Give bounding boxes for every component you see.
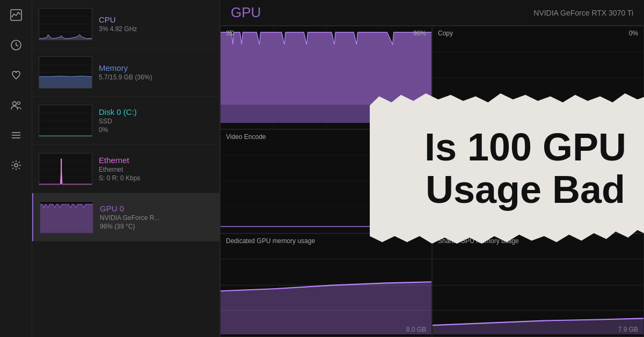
ethernet-sub1: Ethernet xyxy=(99,166,213,173)
svg-marker-32 xyxy=(40,204,93,232)
chart-dedicated-name: Dedicated GPU memory usage xyxy=(226,237,315,245)
cpu-sub: 3% 4.92 GHz xyxy=(99,25,213,33)
gpu-sub2: 96% (39 °C) xyxy=(100,223,213,230)
gpu-sub1: NVIDIA GeForce R... xyxy=(100,214,213,222)
main-panel: GPU NVIDIA GeForce RTX 3070 Ti 3D 96% xyxy=(220,0,644,337)
resource-item-memory[interactable]: Memory 5.7/15.9 GB (36%) xyxy=(32,48,219,97)
main-title: GPU xyxy=(231,4,261,21)
svg-point-3 xyxy=(17,102,20,105)
chart-dedicated-max: 8.0 GB xyxy=(406,326,426,333)
resource-item-gpu[interactable]: GPU 0 NVIDIA GeForce R... 96% (39 °C) xyxy=(32,193,219,241)
details-icon[interactable] xyxy=(6,126,26,145)
gpu-info: GPU 0 NVIDIA GeForce R... 96% (39 °C) xyxy=(100,204,213,230)
health-icon[interactable] xyxy=(6,65,26,85)
ethernet-name: Ethernet xyxy=(99,156,213,165)
overlay-line1: Is 100 GPU xyxy=(425,126,626,169)
gpu-model: NVIDIA GeForce RTX 3070 Ti xyxy=(533,9,633,17)
chart-copy-value: 0% xyxy=(629,30,638,37)
svg-point-7 xyxy=(14,164,18,167)
cpu-name: CPU xyxy=(99,15,213,24)
overlay-text: Is 100 GPU Usage Bad xyxy=(408,115,642,222)
gpu-name: GPU 0 xyxy=(100,204,213,213)
chart-shared-mem: Shared GPU memory usage 7.9 GB xyxy=(432,233,644,337)
cpu-mini-chart xyxy=(39,8,92,40)
cpu-info: CPU 3% 4.92 GHz xyxy=(99,15,213,33)
disk-info: Disk 0 (C:) SSD 0% xyxy=(99,107,213,134)
chart-3d-name: 3D xyxy=(226,30,234,37)
gpu-mini-chart xyxy=(40,201,93,233)
users-icon[interactable] xyxy=(6,96,26,115)
memory-sub: 5.7/15.9 GB (36%) xyxy=(99,74,213,81)
disk-mini-chart xyxy=(39,105,92,137)
overlay-line2: Usage Bad xyxy=(426,168,625,211)
performance-icon[interactable] xyxy=(6,5,26,25)
chart-3d-value: 96% xyxy=(413,30,426,37)
svg-point-2 xyxy=(12,102,16,106)
history-icon[interactable] xyxy=(6,35,26,55)
svg-marker-17 xyxy=(39,76,92,87)
chart-encode-name: Video Encode xyxy=(226,133,266,141)
disk-sub1: SSD xyxy=(99,118,213,125)
memory-mini-chart xyxy=(39,56,92,89)
resource-item-cpu[interactable]: CPU 3% 4.92 GHz xyxy=(32,0,219,48)
chart-dedicated-mem: Dedicated GPU memory usage 8.0 GB xyxy=(220,233,432,337)
ethernet-info: Ethernet Ethernet S: 0 R: 0 Kbps xyxy=(99,156,213,182)
ethernet-mini-chart xyxy=(39,153,92,185)
resource-item-disk[interactable]: Disk 0 (C:) SSD 0% xyxy=(32,97,219,145)
torn-overlay: Is 100 GPU Usage Bad xyxy=(370,93,644,244)
memory-name: Memory xyxy=(99,63,213,72)
settings-icon[interactable] xyxy=(6,156,26,175)
sidebar xyxy=(0,0,32,337)
ethernet-sub2: S: 0 R: 0 Kbps xyxy=(99,174,213,182)
left-panel: CPU 3% 4.92 GHz Memory 5.7/15.9 GB (36%) xyxy=(32,0,220,337)
disk-name: Disk 0 (C:) xyxy=(99,107,213,116)
memory-info: Memory 5.7/15.9 GB (36%) xyxy=(99,63,213,81)
chart-shared-max: 7.9 GB xyxy=(618,326,638,333)
disk-sub2: 0% xyxy=(99,126,213,134)
resource-item-ethernet[interactable]: Ethernet Ethernet S: 0 R: 0 Kbps xyxy=(32,145,219,193)
chart-copy-name: Copy xyxy=(438,30,453,37)
main-header: GPU NVIDIA GeForce RTX 3070 Ti xyxy=(220,0,644,26)
